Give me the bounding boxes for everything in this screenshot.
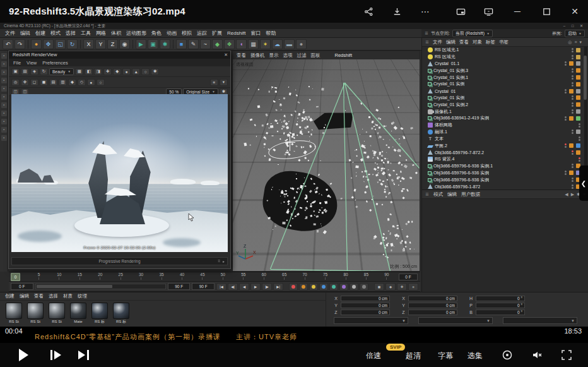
transport-button[interactable]: ◀ — [239, 283, 249, 291]
undo-icon[interactable]: ↶ — [3, 39, 13, 49]
material-thumbnail[interactable] — [27, 303, 44, 319]
light-icon[interactable]: ✶ — [260, 39, 271, 49]
scale-icon[interactable]: ◱ — [55, 39, 66, 49]
visibility-dots[interactable] — [572, 129, 573, 134]
object-tag-icon[interactable] — [576, 143, 580, 148]
object-item[interactable]: Obj3d66-659796-6-936 实例.1 — [422, 163, 588, 170]
current-frame-field[interactable]: 0 F — [399, 274, 418, 280]
c4d-menu[interactable]: 模拟 — [182, 30, 192, 37]
material-menu[interactable]: 选择 — [49, 293, 58, 299]
material-item[interactable]: Mate — [69, 303, 88, 324]
material-icon[interactable]: ● — [296, 39, 307, 49]
visibility-dots[interactable] — [565, 61, 567, 66]
visibility-dots[interactable] — [572, 177, 573, 182]
frame-range-end-field[interactable]: 90 F — [168, 283, 191, 290]
renderview-icon[interactable]: ○ — [97, 79, 105, 86]
pen-icon[interactable]: ✎ — [188, 39, 199, 49]
visibility-dots[interactable] — [572, 75, 573, 80]
c4d-menu[interactable]: 工具 — [81, 30, 91, 37]
miniplayer-icon[interactable] — [456, 6, 466, 16]
om-menu[interactable]: 标签 — [486, 39, 495, 45]
coordinate-value-field[interactable]: 0 cm — [341, 303, 390, 308]
object-item[interactable]: RS 区域光 — [422, 54, 588, 61]
coord-dropdown[interactable]: ▼ — [418, 317, 493, 324]
keyframe-record-button[interactable] — [309, 283, 318, 291]
object-tag-icon[interactable] — [576, 109, 580, 114]
coord-dropdown[interactable]: ▼ — [503, 317, 577, 324]
c4d-menu[interactable]: 体积 — [111, 30, 121, 37]
keyframe-record-button[interactable] — [289, 283, 298, 291]
object-manager-icon[interactable]: ≡ — [574, 40, 577, 45]
viewport-menu[interactable]: 查看 — [237, 52, 246, 59]
renderview-icon[interactable]: ◨ — [94, 68, 102, 75]
transport-button[interactable]: ▶ — [250, 283, 261, 291]
floor-icon[interactable]: ▬ — [284, 39, 295, 49]
redo-icon[interactable]: ↷ — [15, 39, 25, 49]
left-tool-icon[interactable]: ▪ — [1, 53, 7, 59]
left-tool-icon[interactable]: ▪ — [1, 127, 7, 133]
renderview-menu[interactable]: Preferences — [42, 60, 68, 66]
keyframe-record-button[interactable] — [350, 283, 358, 291]
animation-option-button[interactable]: ◆ — [385, 283, 396, 291]
cast-icon[interactable] — [483, 6, 493, 16]
material-menu[interactable]: 纹理 — [78, 293, 87, 299]
object-item[interactable]: Obj3d66-659796-6-936 实例 — [422, 176, 588, 183]
left-tool-icon[interactable]: ▪ — [1, 94, 7, 100]
move-icon[interactable]: ✥ — [43, 39, 54, 49]
renderview-title[interactable]: Redshift RenderView✕ — [9, 51, 230, 59]
viewport-menu[interactable]: 摄像机 — [250, 52, 265, 59]
object-tag-icon[interactable] — [576, 95, 580, 100]
perspective-viewport[interactable]: 查看摄像机显示选项过滤面板Redshift ◧▣ 透视视图 Z Y X 比例 :… — [232, 51, 420, 272]
timeline-playhead[interactable]: 0 — [11, 273, 20, 281]
visibility-dots[interactable] — [565, 171, 567, 175]
visibility-dots[interactable] — [572, 102, 573, 107]
c4d-menu[interactable]: 运动图形 — [126, 30, 146, 37]
visibility-dots[interactable] — [572, 55, 573, 59]
transport-button[interactable]: |▶ — [262, 283, 272, 291]
timeline-ruler[interactable]: 051015202530354045505560657075808590 0 0… — [9, 272, 420, 282]
object-item[interactable]: 平面.2 — [422, 142, 588, 149]
material-item[interactable]: RS 标 — [112, 303, 131, 324]
object-item[interactable]: 体积网格 — [422, 122, 588, 129]
coordinate-value-field[interactable]: 0 cm — [341, 310, 390, 315]
material-item[interactable]: RS 标 — [90, 303, 109, 324]
renderview-icon[interactable]: ● — [87, 79, 95, 86]
animation-option-button[interactable]: ≡ — [408, 283, 418, 291]
renderview-icon[interactable]: ◧ — [85, 68, 93, 75]
renderview-icon[interactable]: ▾ — [220, 79, 228, 86]
object-item[interactable]: Crystal_01 实例 — [422, 95, 588, 102]
prev-episode-button[interactable] — [50, 350, 63, 360]
render-picture-icon[interactable]: ▣ — [148, 39, 158, 49]
material-thumbnail[interactable] — [91, 303, 108, 319]
c4d-menu[interactable]: 选择 — [66, 30, 76, 37]
coordinate-value-field[interactable]: 0 cm — [341, 296, 390, 301]
frame-range-slider[interactable] — [35, 284, 166, 289]
node-space-dropdown[interactable]: 当前 (Redshift)▼ — [452, 30, 493, 37]
maximize-icon[interactable] — [541, 6, 551, 16]
object-item[interactable]: RS 区域光.1 — [422, 47, 588, 54]
c4d-menu[interactable]: 文件 — [5, 30, 15, 37]
coordinate-value-field[interactable]: 0 cm — [408, 310, 457, 315]
renderview-icon[interactable]: ▤ — [49, 79, 57, 86]
object-tag-icon[interactable] — [569, 171, 573, 175]
object-tag-icon[interactable] — [576, 61, 580, 66]
om-menu[interactable]: 书签 — [499, 39, 509, 45]
lock-y-icon[interactable]: Y — [95, 39, 106, 49]
object-item[interactable]: Crystal_01 实例.3 — [422, 67, 588, 74]
volume-muted-icon[interactable] — [531, 349, 543, 361]
object-tag-icon[interactable] — [576, 150, 580, 155]
object-tag-icon[interactable] — [576, 48, 580, 52]
subdivision-surface-icon[interactable]: ◆ — [212, 39, 223, 49]
camera-icon[interactable]: ▦ — [248, 39, 259, 49]
viewport-menu[interactable]: 显示 — [269, 52, 279, 59]
coordinate-value-field[interactable]: 0 cm — [408, 303, 457, 308]
object-manager-icon[interactable]: ◎ — [568, 40, 572, 45]
object-tag-icon[interactable] — [576, 116, 580, 121]
renderview-icon[interactable]: ○ — [141, 68, 150, 75]
left-tool-icon[interactable]: ▪ — [1, 102, 7, 108]
material-thumbnail[interactable] — [70, 303, 86, 319]
frame-start-field[interactable]: 0 F — [11, 283, 33, 290]
visibility-dots[interactable] — [572, 184, 573, 189]
c4d-menu[interactable]: 动画 — [167, 30, 177, 37]
material-menu[interactable]: 编辑 — [20, 293, 29, 299]
